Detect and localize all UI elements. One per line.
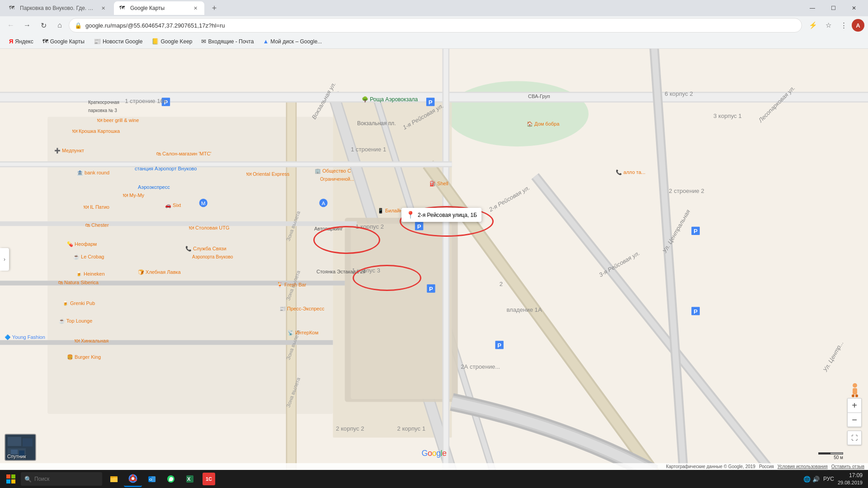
pegman-button[interactable] [849,381,861,399]
info-box-address[interactable]: 📍 2-я Рейсовая улица, 1Б [401,208,481,222]
place-allo[interactable]: 📞 алло та... [616,168,646,176]
place-grenki[interactable]: 🍺 Grenki Pub [62,299,95,307]
close-button[interactable]: ✕ [844,0,864,16]
svg-rect-71 [6,479,10,483]
svg-rect-60 [852,394,854,397]
place-chester[interactable]: 🛍 Chester [85,221,109,229]
forward-button[interactable]: → [20,18,34,33]
place-natura[interactable]: 🛍 Natura Siberica [58,278,99,286]
network-icon[interactable]: 🌐 [803,476,811,483]
extensions-button[interactable]: ⚡ [806,18,820,33]
place-khlebnaya[interactable]: 🍞 Хлебная Лавка [138,267,181,276]
tab-parking[interactable]: 🗺 Парковка во Внуково. Где. Авт... ✕ [4,1,112,15]
svg-rect-59 [853,388,857,394]
reload-button[interactable]: ↻ [36,18,51,33]
svg-text:P: P [497,342,501,349]
bookmark-drive[interactable]: ▲ Мой диск – Google... [259,36,326,47]
bookmark-google-keep[interactable]: 📒 Google Keep [148,36,196,47]
window-controls: — ☐ ✕ [802,0,864,16]
place-stolovaya[interactable]: 🍽 Столовая UTG [189,223,230,231]
place-beeline[interactable]: 📱 Билайн [377,206,402,214]
taskbar-app-files[interactable] [105,471,123,487]
place-mymy[interactable]: 🍽 My-My [123,191,144,199]
place-oriental[interactable]: 🍽 Oriental Express [246,169,289,178]
place-kroshka[interactable]: 🍽 Крошка Картошка [72,127,120,135]
language-indicator[interactable]: РУС [823,476,834,482]
taskbar-app-1c[interactable]: 1C [200,471,218,487]
svg-rect-79 [151,476,156,482]
settings-button[interactable]: ⋮ [836,18,851,33]
browser-frame: 🗺 Парковка во Внуково. Где. Авт... ✕ 🗺 G… [0,0,868,488]
address-input[interactable] [85,22,796,29]
taskbar-search[interactable]: 🔍 [21,472,102,486]
back-button[interactable]: ← [4,18,18,33]
place-il-patio[interactable]: 🍽 IL Патио [84,202,109,211]
bookmark-button[interactable]: ☆ [821,18,835,33]
mail-icon: ✉ [201,38,206,45]
satellite-thumbnail[interactable]: Спутник [5,434,36,461]
place-burger-king[interactable]: 🍔 Burger King [67,352,101,361]
place-mts[interactable]: 🛍 Салон-магазин 'МТС' [156,149,211,157]
taskbar-app-chrome[interactable] [124,471,142,487]
place-khinkalnaya[interactable]: 🍽 Хинкальная [75,336,108,344]
feedback-link[interactable]: Оставить отзыв [831,464,864,469]
place-aeroexpress[interactable]: Аэроэкспресс [138,183,170,191]
tab2-close[interactable]: ✕ [192,5,199,12]
bookmark-google-news[interactable]: 📰 Новости Google [90,36,146,47]
tab-google-maps[interactable]: 🗺 Google Карты ✕ [114,1,204,15]
place-young-fashion[interactable]: 🔷 Young Fashion [5,333,45,341]
place-beer-grill[interactable]: 🍽 beer grill & wine [97,116,139,124]
place-dom-bobra[interactable]: 🏠 Дом бобра [527,119,559,127]
maximize-button[interactable]: ☐ [823,0,844,16]
profile-avatar[interactable]: А [852,19,864,32]
place-lecrobag[interactable]: ☕ Le Crobag [73,252,104,260]
bookmark-google-maps[interactable]: 🗺 Google Карты [39,36,88,47]
place-sluzhba-svyazi[interactable]: 📞 Служба СвязиАэропорта Внуково [185,244,233,260]
place-shell[interactable]: ⛽ Shell [429,179,448,187]
svg-rect-64 [23,438,33,446]
address-bar[interactable]: 🔒 [69,18,802,33]
home-button[interactable]: ⌂ [52,18,67,33]
place-stoianka[interactable]: Стоянка Эстакада 24 [316,267,366,275]
zoom-out-button[interactable]: − [847,413,862,427]
sidebar-toggle[interactable]: › [0,248,9,271]
place-heineken[interactable]: 🍺 Heineken [76,269,105,277]
place-fresh-bar[interactable]: 🍹 Fresh Bar [277,280,306,288]
taskbar-app-whatsapp[interactable] [162,471,180,487]
place-top-lounge[interactable]: ☕ Top Lounge [59,316,92,324]
place-sixt[interactable]: 🚗 Sixt [165,201,181,209]
place-avtoparking[interactable]: Автопаркинг [314,224,343,232]
svg-rect-63 [8,437,21,446]
map-container[interactable]: P P P P P P P M A Вокзальная [0,49,868,470]
nav-right-icons: ⚡ ☆ ⋮ А [806,18,864,33]
fullscreen-button[interactable]: ⛶ [847,431,862,445]
terms-link[interactable]: Условия использования [778,464,828,469]
bookmark-mail[interactable]: ✉ Входящие - Почта [198,36,257,47]
place-medpunkt[interactable]: ➕ Медпункт [54,146,84,154]
taskbar-search-input[interactable] [34,476,99,482]
bookmark-mail-label: Входящие - Почта [208,38,254,45]
windows-start-button[interactable] [2,471,20,487]
place-aeroport-station[interactable]: станция Аэропорт Внуково [135,164,197,172]
place-press-express[interactable]: 📰 Пресс-Экспресс [279,304,324,312]
place-interkom[interactable]: 📡 ИнтерКом [288,328,318,336]
tab1-close[interactable]: ✕ [99,5,107,12]
bookmark-yandex[interactable]: Я Яндекс [5,36,37,47]
taskbar-app-excel[interactable]: X [181,471,199,487]
place-neopharma[interactable]: 💊 Неофарм [67,239,97,248]
svg-rect-72 [11,479,15,483]
place-bank[interactable]: 🏦 bank round [77,168,109,176]
info-box-text: 2-я Рейсовая улица, 1Б [418,212,477,218]
taskbar-app-outlook[interactable]: O [143,471,161,487]
svg-rect-75 [110,476,113,478]
place-obshchestvo[interactable]: 🏢 Общество СОграниченной... [315,166,354,183]
google-news-icon: 📰 [94,38,101,45]
svg-text:P: P [429,99,433,106]
new-tab-button[interactable]: + [208,2,221,14]
zoom-in-button[interactable]: + [847,398,862,413]
volume-icon[interactable]: 🔊 [812,476,820,483]
attribution-text: Картографические данные © Google, 2019 [666,464,755,469]
place-sva-grup[interactable]: СВА-Груп [528,92,550,100]
minimize-button[interactable]: — [802,0,823,16]
taskbar-right-area: 🌐 🔊 РУС 17:09 29.08.2019 [803,472,866,486]
